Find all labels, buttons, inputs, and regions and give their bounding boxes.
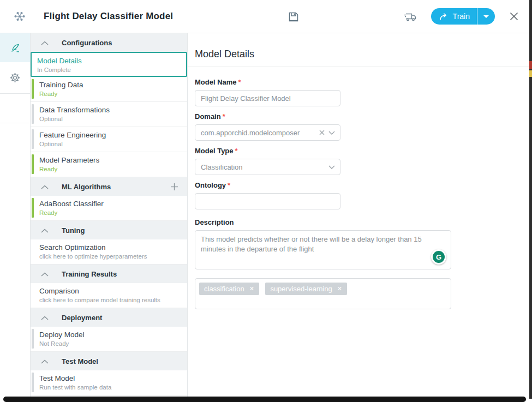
item-status: Not Ready bbox=[39, 340, 183, 347]
grammarly-button[interactable]: G bbox=[431, 249, 446, 265]
item-title: AdaBoost Classifier bbox=[39, 200, 183, 208]
remove-tag-icon[interactable] bbox=[249, 286, 254, 292]
edit-pen-icon bbox=[10, 43, 21, 53]
model-name-label: Model Name* bbox=[195, 78, 532, 86]
domain-value: com.apporchid.modelcomposer bbox=[201, 129, 319, 137]
section-header-configurations[interactable]: Configurations bbox=[31, 33, 187, 52]
remove-tag-icon[interactable] bbox=[337, 286, 342, 292]
required-asterisk: * bbox=[235, 147, 238, 155]
item-status: Ready bbox=[39, 91, 183, 97]
train-dropdown-button[interactable] bbox=[477, 8, 495, 25]
model-type-label: Model Type* bbox=[195, 147, 532, 155]
sidebar-item-data-transformations[interactable]: Data Transformations Optional bbox=[31, 102, 187, 127]
sidebar-item-deploy-model[interactable]: Deploy Model Not Ready bbox=[31, 327, 187, 352]
sidebar-item-feature-engineering[interactable]: Feature Engineering Optional bbox=[31, 127, 187, 152]
add-algorithm-icon[interactable] bbox=[170, 183, 178, 191]
description-textarea[interactable]: This model predicts whether or not there… bbox=[195, 230, 451, 269]
chevron-up-icon bbox=[41, 356, 49, 366]
sidebar-item-adaboost-classifier[interactable]: AdaBoost Classifier Ready bbox=[31, 196, 187, 221]
save-button[interactable] bbox=[287, 10, 300, 23]
description-field: Description This model predicts whether … bbox=[195, 218, 532, 269]
section-header-training-results[interactable]: Training Results bbox=[31, 265, 187, 283]
ontology-input[interactable] bbox=[195, 193, 340, 209]
item-hint: click here to optimize hyperparameters bbox=[39, 253, 183, 260]
sidebar-item-training-data[interactable]: Training Data Ready bbox=[31, 77, 187, 102]
required-asterisk: * bbox=[228, 181, 230, 189]
model-composer-window: Flight Delay Classifier Model bbox=[0, 0, 532, 402]
sidebar-item-search-optimization[interactable]: Search Optimization click here to optimi… bbox=[31, 239, 187, 265]
domain-select[interactable]: com.apporchid.modelcomposer bbox=[195, 124, 340, 141]
train-button-label: Train bbox=[453, 12, 470, 21]
sidebar-item-comparison[interactable]: Comparison click here to compare model t… bbox=[31, 283, 187, 308]
train-button[interactable]: Train bbox=[431, 8, 477, 25]
window-backdrop-bottom bbox=[3, 397, 526, 402]
section-header-tuning[interactable]: Tuning bbox=[31, 221, 187, 239]
rail-tab-settings[interactable] bbox=[0, 62, 30, 94]
left-rail bbox=[0, 33, 31, 397]
section-label: Tuning bbox=[62, 226, 85, 235]
window-backdrop-right bbox=[529, 0, 532, 399]
tag-label: supervised-learning bbox=[270, 285, 332, 293]
ontology-field: Ontology* bbox=[195, 181, 532, 209]
close-button[interactable] bbox=[509, 11, 519, 21]
section-header-deployment[interactable]: Deployment bbox=[31, 308, 187, 327]
model-type-value: Classification bbox=[201, 163, 328, 171]
status-bar bbox=[32, 129, 34, 149]
panel-title: Model Details bbox=[195, 49, 254, 60]
chevron-down-icon[interactable] bbox=[328, 131, 335, 135]
tags-input-box[interactable]: classification supervised-learning bbox=[195, 278, 451, 309]
model-details-form: Model Name* Domain* com.apporchid.modelc… bbox=[188, 67, 532, 309]
status-bar bbox=[32, 373, 34, 392]
domain-field: Domain* com.apporchid.modelcomposer bbox=[195, 112, 532, 141]
domain-label: Domain* bbox=[195, 112, 532, 121]
item-status: In Complete bbox=[37, 67, 182, 73]
chevron-down-icon bbox=[483, 15, 489, 18]
status-bar bbox=[32, 198, 34, 218]
save-icon bbox=[288, 11, 300, 23]
description-label: Description bbox=[195, 218, 532, 226]
header-actions: Train bbox=[404, 8, 519, 25]
model-name-input[interactable] bbox=[195, 90, 340, 106]
model-type-field: Model Type* Classification bbox=[195, 147, 532, 175]
section-label: Test Model bbox=[62, 357, 98, 365]
item-hint: click here to compare model training res… bbox=[39, 297, 183, 303]
main-header: Model Details bbox=[188, 33, 532, 67]
chevron-up-icon bbox=[41, 269, 49, 279]
section-label: Configurations bbox=[62, 39, 112, 47]
clear-icon[interactable] bbox=[319, 130, 325, 135]
model-type-select[interactable]: Classification bbox=[195, 159, 340, 175]
chevron-down-icon[interactable] bbox=[328, 165, 335, 169]
section-header-ml-algorithms[interactable]: ML Algorithms bbox=[31, 177, 187, 196]
content-row: Configurations Model Details In Complete… bbox=[0, 33, 532, 397]
deploy-truck-button[interactable] bbox=[404, 11, 417, 22]
sidebar-item-test-model[interactable]: Test Model Run test with sample data bbox=[31, 370, 187, 395]
section-label: Deployment bbox=[62, 314, 102, 322]
section-label: ML Algorithms bbox=[62, 183, 111, 191]
item-status: Ready bbox=[39, 209, 183, 216]
section-header-test-model[interactable]: Test Model bbox=[31, 352, 187, 370]
model-graph-icon bbox=[13, 10, 26, 23]
gear-icon bbox=[10, 73, 20, 83]
chevron-up-icon bbox=[41, 313, 49, 322]
rail-tab-edit[interactable] bbox=[0, 33, 30, 62]
required-asterisk: * bbox=[238, 78, 241, 86]
item-title: Test Model bbox=[39, 374, 183, 382]
status-bar bbox=[32, 104, 34, 124]
chevron-up-icon bbox=[41, 38, 49, 47]
page-title: Flight Delay Classifier Model bbox=[44, 11, 173, 22]
status-bar bbox=[32, 329, 34, 349]
sidebar-item-model-details[interactable]: Model Details In Complete bbox=[31, 52, 187, 77]
main-panel: Model Details Model Name* Domain* com.ap… bbox=[188, 33, 532, 397]
train-split-button: Train bbox=[431, 8, 495, 25]
tag-chip: classification bbox=[199, 283, 259, 295]
section-label: Training Results bbox=[62, 270, 117, 278]
item-title: Model Details bbox=[37, 57, 182, 65]
tag-chip: supervised-learning bbox=[265, 283, 347, 295]
item-status: Optional bbox=[39, 116, 183, 122]
model-name-field: Model Name* bbox=[195, 78, 532, 106]
sidebar-item-model-parameters[interactable]: Model Parameters Ready bbox=[31, 152, 187, 177]
backdrop-fragment bbox=[529, 61, 532, 69]
item-title: Training Data bbox=[39, 81, 183, 89]
grammarly-icon: G bbox=[433, 251, 445, 263]
item-title: Deploy Model bbox=[39, 331, 183, 339]
